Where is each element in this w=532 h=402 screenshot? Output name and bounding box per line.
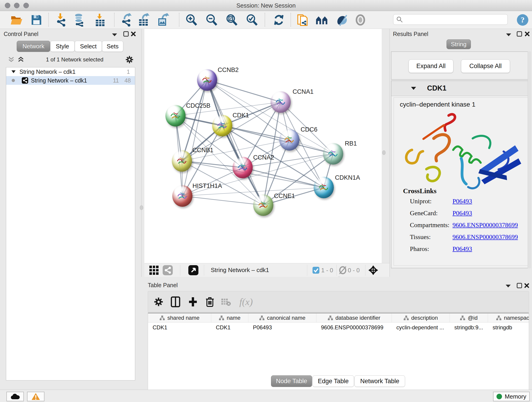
column-header-name[interactable]: name <box>211 313 248 322</box>
gene-section-header[interactable]: CDK1 <box>391 81 530 96</box>
export-network-button[interactable] <box>120 13 133 27</box>
zoom-selected-button[interactable] <box>245 13 259 27</box>
import-network-button[interactable] <box>55 13 68 27</box>
collapse-gene-icon[interactable] <box>411 86 417 90</box>
expand-all-icon[interactable] <box>17 57 24 63</box>
add-column-button[interactable] <box>187 296 198 307</box>
column-header-description[interactable]: description <box>392 313 450 322</box>
maximize-panel-icon[interactable] <box>517 31 522 37</box>
network-node-hist1h1a[interactable] <box>172 185 192 207</box>
table-cell[interactable]: stringdb:9... <box>450 322 488 332</box>
crosslink-link[interactable]: P06493 <box>452 198 472 205</box>
tab-style[interactable]: Style <box>50 41 75 52</box>
table-panel: Table Panel <box>141 277 532 390</box>
selected-checkbox-icon[interactable] <box>312 267 319 274</box>
network-node-cdc25b[interactable] <box>165 105 186 127</box>
grid-view-icon[interactable] <box>149 266 158 275</box>
tab-network[interactable]: Network <box>17 41 50 52</box>
export-table-button[interactable] <box>138 13 151 27</box>
delete-column-button[interactable] <box>204 296 215 307</box>
network-node-ccnb2[interactable] <box>197 69 217 91</box>
expand-all-button[interactable]: Expand All <box>409 59 453 73</box>
network-node-ccnb1[interactable] <box>172 150 192 172</box>
cloud-status-button[interactable] <box>6 392 24 401</box>
tab-string[interactable]: String <box>447 39 471 49</box>
edge-ccnb2-ccna1[interactable] <box>207 80 281 102</box>
first-neighbors-button[interactable] <box>315 13 329 27</box>
column-header-canonical-name[interactable]: canonical name <box>248 313 317 322</box>
network-node-ccne1[interactable] <box>253 194 273 216</box>
gear-icon[interactable] <box>125 55 134 64</box>
toolbar-separator <box>265 13 265 27</box>
collapse-all-icon[interactable] <box>8 57 15 63</box>
network-node-rb1[interactable] <box>323 143 343 165</box>
table-cell[interactable]: P06493 <box>248 322 317 332</box>
node-count: 11 <box>113 77 119 84</box>
crosslink-label: Compartments: <box>410 221 450 229</box>
maximize-panel-icon[interactable] <box>123 31 129 37</box>
fit-content-crosshair-icon[interactable] <box>368 265 379 275</box>
network-node-cdkn1a[interactable] <box>314 177 334 198</box>
crosslink-label: GeneCard: <box>410 210 438 217</box>
edge-ccnb2-hist1h1a[interactable] <box>182 80 207 196</box>
crosslink-link[interactable]: 9606.ENSP00000378699 <box>452 233 518 241</box>
vertical-splitter-handle[interactable] <box>140 205 143 210</box>
crosslink-link[interactable]: P06493 <box>452 210 472 217</box>
crosslink-link[interactable]: 9606.ENSP00000378699 <box>452 221 518 229</box>
tab-edge-table[interactable]: Edge Table <box>312 375 354 387</box>
tab-select[interactable]: Select <box>75 41 102 52</box>
float-panel-icon[interactable] <box>112 33 118 37</box>
column-header-shared-name[interactable]: shared name <box>148 313 211 322</box>
refresh-button[interactable] <box>272 13 285 27</box>
column-header-database-identifier[interactable]: database identifier <box>317 313 392 322</box>
column-header--id[interactable]: @id <box>450 313 488 322</box>
table-cell[interactable]: 9606.ENSP00000378699 <box>317 322 392 332</box>
network-node-ccna1[interactable] <box>271 91 291 113</box>
table-cell[interactable]: cyclin-dependent ... <box>392 322 450 332</box>
close-panel-icon[interactable] <box>525 31 530 37</box>
vertical-splitter-handle[interactable] <box>382 150 386 155</box>
save-session-button[interactable] <box>30 13 43 27</box>
zoom-fit-button[interactable] <box>225 13 238 27</box>
zoom-in-button[interactable] <box>185 13 198 27</box>
table-cell[interactable]: CDK1 <box>148 322 211 332</box>
hide-selection-button[interactable] <box>336 13 349 27</box>
zoom-out-button[interactable] <box>205 13 218 27</box>
network-node-ccna2[interactable] <box>233 157 253 178</box>
show-columns-button[interactable] <box>170 296 181 307</box>
birds-eye-view-icon[interactable] <box>188 265 198 275</box>
warnings-button[interactable] <box>27 392 44 401</box>
open-session-button[interactable] <box>10 13 23 27</box>
show-all-button[interactable] <box>354 13 367 27</box>
import-table-button[interactable] <box>94 13 107 27</box>
duplicate-network-button[interactable] <box>297 13 310 27</box>
tab-sets[interactable]: Sets <box>102 41 123 52</box>
close-panel-icon[interactable] <box>131 31 136 37</box>
network-canvas[interactable]: CCNB2CCNA1CDC25BCDK1CDC6RB1CCNB1CCNA2CDK… <box>144 29 382 263</box>
collapse-all-button[interactable]: Collapse All <box>461 59 510 73</box>
memory-button[interactable]: Memory <box>493 392 530 401</box>
export-image-button[interactable] <box>156 13 170 27</box>
search-input[interactable] <box>405 15 507 24</box>
table-settings-button[interactable] <box>153 296 164 307</box>
results-scrollbar[interactable] <box>528 51 531 268</box>
network-share-icon[interactable] <box>163 265 173 275</box>
network-row[interactable]: String Network – cdk1 11 48 <box>6 76 135 85</box>
network-collection-row[interactable]: String Network – cdk1 1 <box>6 67 135 76</box>
tree-expander-icon[interactable] <box>11 70 16 73</box>
help-button[interactable]: ? <box>516 13 529 27</box>
float-panel-icon[interactable] <box>505 284 511 288</box>
maximize-panel-icon[interactable] <box>517 283 522 288</box>
column-header-namespac[interactable]: namespac <box>488 313 529 322</box>
network-node-cdk1[interactable] <box>212 115 232 136</box>
float-panel-icon[interactable] <box>506 33 512 37</box>
network-node-cdc6[interactable] <box>279 129 299 151</box>
tab-network-table[interactable]: Network Table <box>355 375 405 387</box>
edge-hist1h1a-ccne1[interactable] <box>182 196 263 205</box>
crosslink-link[interactable]: P06493 <box>452 245 472 253</box>
tab-node-table[interactable]: Node Table <box>271 375 312 387</box>
table-cell[interactable]: CDK1 <box>211 322 248 332</box>
table-cell[interactable]: stringdb <box>488 322 529 332</box>
close-panel-icon[interactable] <box>524 283 530 288</box>
import-database-button[interactable] <box>73 13 86 27</box>
